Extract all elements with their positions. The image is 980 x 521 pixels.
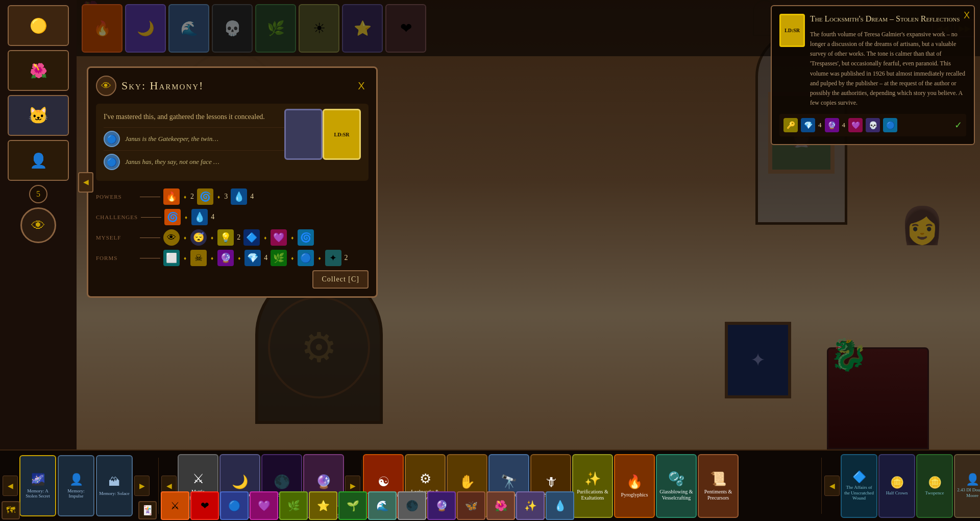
book-panel-header: LD:SR The Locksmith's Dream – Stolen Ref…: [779, 14, 966, 114]
book-id-card: LD:SR: [779, 14, 805, 47]
forms-icon-1[interactable]: ⬜: [163, 250, 180, 266]
sec-card-4[interactable]: 💜: [250, 491, 278, 520]
sec-card-7[interactable]: 🌱: [338, 491, 367, 520]
myself-row: Myself 👁 ♦ 😴 ♦ 💡 2 🔷 ♦ 💜 ♦ 🌀: [96, 229, 369, 246]
end-card-douglas[interactable]: 👤 2.43 DI Douglas Moore: [954, 454, 980, 518]
myself-icon-3[interactable]: 💡: [217, 229, 234, 246]
stacked-card-front[interactable]: LD:SR: [323, 109, 361, 160]
myself-icon-2[interactable]: 😴: [190, 229, 207, 246]
forms-diamond-4: ♦: [291, 255, 293, 261]
memory-card-3[interactable]: 🏔 Memory: Solace: [96, 455, 133, 516]
forms-icon-7[interactable]: ✦: [325, 250, 341, 266]
forms-icon-3[interactable]: 🔮: [217, 250, 234, 266]
memory-card-2[interactable]: 👤 Memory: Impulse: [58, 455, 94, 516]
skill-card-tridesma-icon: ☯: [378, 474, 389, 490]
req-icon-5: 💀: [866, 118, 880, 132]
sec-card-3[interactable]: 🔵: [220, 491, 249, 520]
end-card-affairs-name: The Affairs of the Unscratched Wound: [844, 485, 874, 501]
dialog-nav-left[interactable]: ◀: [78, 172, 93, 193]
secondary-cards-container: ⚔ ❤ 🔵 💜 🌿 ⭐ 🌱 🌊 🌑 🔮 🦋 🌺 ✨ 💧: [158, 490, 822, 521]
req-icon-3: 🔮: [825, 118, 839, 132]
collect-button-container: Collect [C]: [96, 270, 369, 289]
memory-nav-left[interactable]: ◀: [3, 476, 18, 496]
myself-icon-5[interactable]: 💜: [271, 229, 287, 246]
checkmark: ✓: [954, 120, 962, 131]
powers-icon-1[interactable]: 🔥: [163, 188, 180, 205]
eye-button[interactable]: 👁: [20, 207, 56, 243]
sidebar-card-person[interactable]: 👤: [8, 140, 69, 181]
req-num-1: 4: [818, 121, 822, 129]
dialog-close-button[interactable]: X: [354, 79, 369, 93]
book-panel-close-button[interactable]: X: [964, 10, 970, 21]
sec-card-10[interactable]: 🔮: [427, 491, 456, 520]
main-dialog: 👁 Sky: Harmony! X I've mastered this, an…: [87, 66, 378, 298]
sec-card-12[interactable]: 🌺: [486, 491, 515, 520]
stacked-card-label: LD:SR: [334, 132, 349, 137]
powers-row: Powers 🔥 ♦ 2 🌀 ♦ 3 💧 4: [96, 188, 369, 205]
myself-icon-6[interactable]: 🌀: [298, 229, 314, 246]
forms-icon-4[interactable]: 💎: [244, 250, 261, 266]
forms-icon-2[interactable]: ☠: [190, 250, 207, 266]
end-card-halfcrown[interactable]: 🪙 Half Crown: [878, 454, 915, 518]
powers-icon-2[interactable]: 🌀: [197, 188, 213, 205]
skill-card-ereb-icon: 🌑: [274, 474, 290, 490]
end-card-twopence[interactable]: 🪙 Twopence: [916, 454, 953, 518]
skill-card-sharps-icon: 🗡: [544, 474, 557, 490]
sidebar-card-cat[interactable]: 🐱: [8, 95, 69, 136]
end-nav-left[interactable]: ◀: [824, 476, 840, 496]
collect-button[interactable]: Collect [C]: [312, 270, 369, 289]
bottom-action-left: 🗺: [2, 501, 20, 519]
req-num-2: 4: [842, 121, 846, 129]
forms-num-2: 2: [345, 254, 348, 262]
end-card-affairs-icon: 🔷: [852, 470, 866, 484]
forms-icon-5[interactable]: 🌿: [271, 250, 287, 266]
forms-icon-6[interactable]: 🔵: [298, 250, 314, 266]
stacked-card-back[interactable]: [284, 109, 323, 160]
sec-card-9[interactable]: 🌑: [398, 491, 426, 520]
req-icon-4: 💜: [848, 118, 863, 132]
sec-card-5[interactable]: 🌿: [279, 491, 308, 520]
end-card-halfcrown-icon: 🪙: [890, 476, 904, 489]
myself-label: Myself: [96, 234, 137, 241]
sec-card-14[interactable]: 💧: [546, 491, 574, 520]
sec-card-8[interactable]: 🌊: [368, 491, 397, 520]
sec-card-1[interactable]: ⚔: [161, 491, 189, 520]
sec-card-2[interactable]: ❤: [190, 491, 219, 520]
myself-icon-1[interactable]: 👁: [163, 229, 180, 246]
dialog-icon: 👁: [96, 76, 116, 96]
end-cards-section: ◀ 🔷 The Affairs of the Unscratched Wound…: [822, 451, 980, 521]
skill-card-henavek-icon: ✋: [459, 474, 475, 490]
forms-diamond-5: ♦: [318, 255, 321, 261]
skill-card-ouranoscopy-icon: 🔭: [501, 474, 517, 490]
memory-card-label-3: Memory: Solace: [99, 491, 130, 496]
forms-diamond-1: ♦: [184, 255, 186, 261]
dialog-item-icon-1: 🔵: [104, 131, 120, 147]
memory-cards-section: ◀ 🌌 Memory: A Stolen Secret 👤 Memory: Im…: [0, 451, 158, 521]
memory-card-label-1: Memory: A Stolen Secret: [22, 488, 53, 499]
myself-icon-4[interactable]: 🔷: [243, 229, 260, 246]
book-panel: X LD:SR The Locksmith's Dream – Stolen R…: [771, 5, 975, 145]
powers-icon-3[interactable]: 💧: [231, 188, 247, 205]
powers-num-1: 2: [190, 193, 194, 201]
powers-num-2: 3: [224, 193, 228, 201]
sec-card-11[interactable]: 🦋: [457, 491, 485, 520]
sidebar-number: 5: [29, 185, 47, 203]
end-card-affairs[interactable]: 🔷 The Affairs of the Unscratched Wound: [841, 454, 877, 518]
book-text-content: The Locksmith's Dream – Stolen Reflectio…: [810, 14, 966, 114]
challenges-icon-2[interactable]: 💧: [191, 209, 208, 225]
memory-card-1[interactable]: 🌌 Memory: A Stolen Secret: [19, 455, 56, 516]
challenges-icon-1[interactable]: 🌀: [164, 209, 181, 225]
memory-nav-right[interactable]: ▶: [134, 476, 150, 496]
sec-card-6[interactable]: ⭐: [309, 491, 337, 520]
skill-card-lockworks-icon: ⚙: [420, 471, 431, 487]
sidebar-card-2[interactable]: 🌺: [8, 50, 69, 91]
book-id-text: LD:SR: [785, 28, 800, 33]
dialog-header: 👁 Sky: Harmony! X: [96, 76, 369, 96]
challenges-diamond: ♦: [185, 215, 187, 220]
forms-diamond-2: ♦: [211, 255, 213, 261]
end-card-twopence-name: Twopence: [925, 490, 944, 496]
sidebar-card-1[interactable]: 🟡: [8, 5, 69, 46]
sec-card-13[interactable]: ✨: [516, 491, 545, 520]
action-btn-card[interactable]: 🃏: [138, 501, 157, 519]
action-btn-map[interactable]: 🗺: [2, 501, 20, 519]
